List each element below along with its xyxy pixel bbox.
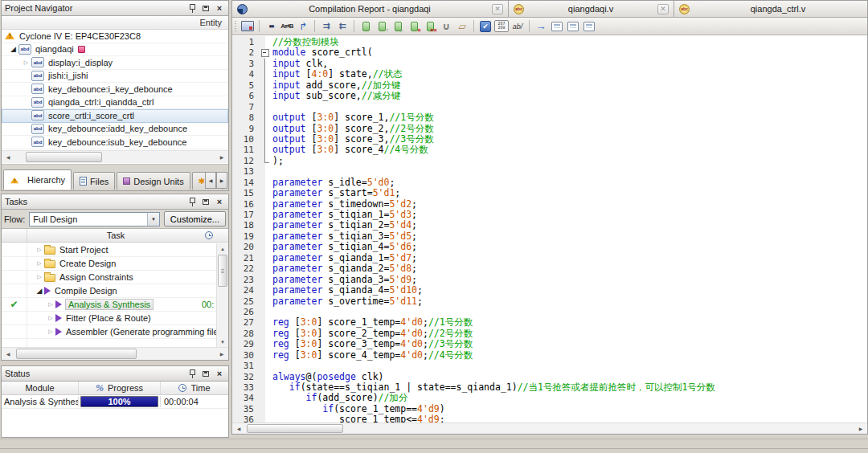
replace-icon[interactable]: A⇄B (280, 19, 294, 34)
editor-tab[interactable]: abcqiangda_ctrl.v (674, 1, 867, 17)
tab-design-units[interactable]: Design Units (117, 172, 190, 190)
time-column-header[interactable]: Time (161, 382, 228, 394)
collapse-arrow-icon[interactable]: ◢ (35, 287, 44, 295)
tab-files[interactable]: Files (73, 172, 115, 190)
code-line[interactable]: 21parameter s_qianda_1=5'd7; (232, 253, 867, 263)
scroll-left-icon[interactable]: ◀ (2, 348, 14, 360)
float-window-icon[interactable] (200, 3, 211, 14)
scroll-right-icon[interactable]: ▶ (215, 151, 228, 163)
tree-item[interactable]: abdkey_debounce:i_key_debounce (2, 83, 228, 96)
tasks-hscrollbar[interactable]: ◀ ▶ (2, 347, 228, 360)
code-line[interactable]: 36 score_1_temp<=4'd9; (232, 414, 867, 422)
tasks-vscrollbar[interactable]: ▲ ▼ (216, 243, 228, 347)
delete-bookmark-icon[interactable]: × (407, 19, 421, 34)
scroll-right-icon[interactable]: ▶ (854, 423, 867, 434)
code-line[interactable]: 2module score_crtl( (232, 47, 867, 58)
fold-collapse-icon[interactable] (260, 47, 271, 58)
tree-item[interactable]: ◢abdqiangdaqi (2, 43, 228, 57)
float-window-icon[interactable] (200, 197, 211, 207)
chevron-down-icon[interactable]: ▼ (147, 213, 159, 226)
scrollbar-thumb[interactable] (218, 255, 227, 287)
pin-icon[interactable] (186, 197, 198, 207)
pin-icon[interactable] (186, 3, 198, 14)
task-column-header[interactable]: Task (31, 231, 201, 240)
code-line[interactable]: 34 if(add_score)//加分 (232, 393, 867, 403)
scroll-right-icon[interactable]: ▶ (215, 348, 228, 360)
expand-arrow-icon[interactable]: ▷ (46, 301, 55, 308)
task-row[interactable]: ◢Compile Design (2, 284, 216, 298)
code-editor[interactable]: 1//分数控制模块2module score_crtl(3input clk,4… (232, 36, 867, 422)
expand-arrow-icon[interactable]: ▷ (35, 260, 44, 267)
tree-item[interactable]: Cyclone IV E: EP4CE30F23C8 (2, 30, 228, 43)
tree-item[interactable]: abdjishi:i_jishi (2, 70, 228, 84)
collapse-arrow-icon[interactable]: ◢ (8, 45, 18, 53)
task-row[interactable]: ✔▷Analysis & Synthesis00: (2, 298, 216, 312)
code-line[interactable]: 17parameter s_tiqian_1=5'd3; (232, 210, 867, 220)
task-row[interactable]: ▷Start Project (2, 243, 216, 257)
expand-arrow-icon[interactable]: ▷ (35, 247, 44, 253)
code-line[interactable]: 7 (232, 102, 867, 112)
macro-icon[interactable]: ▱ (455, 19, 469, 34)
float-window-icon[interactable] (200, 369, 211, 379)
close-icon[interactable]: × (214, 3, 225, 14)
code-line[interactable]: 14parameter s_idle=5'd0; (232, 178, 867, 188)
flow-select[interactable]: Full Design ▼ (29, 212, 160, 226)
code-line[interactable]: 32always@(posedge clk) (232, 372, 867, 382)
code-line[interactable]: 8output [3:0] score_1,//1号分数 (232, 112, 867, 123)
code-line[interactable]: 19parameter s_tiqian_3=5'd5; (232, 231, 867, 242)
tree-item[interactable]: abdkey_debounce:iadd_key_debounce (2, 123, 228, 137)
close-icon[interactable]: ✕ (657, 4, 669, 14)
text-edit-icon[interactable]: ab/ (510, 19, 525, 34)
task-row[interactable]: ▷Fitter (Place & Route) (2, 312, 216, 325)
code-line[interactable]: 25parameter s_overtime=5'd11; (232, 296, 867, 307)
task-row[interactable]: ▷Create Design (2, 257, 216, 271)
code-line[interactable]: 11output [3:0] score_4//4号分数 (232, 145, 867, 155)
find-icon[interactable]: ●● (264, 19, 278, 34)
code-line[interactable]: 4input [4:0] state,//状态 (232, 69, 867, 80)
task-row[interactable]: ▷Assign Constraints (2, 271, 216, 284)
code-line[interactable]: 12); (232, 156, 867, 166)
delete-all-bookmarks-icon[interactable]: ×× (423, 19, 437, 34)
code-line[interactable]: 24parameter s_qianda_4=5'd10; (232, 285, 867, 296)
expand-arrow-icon[interactable]: ▷ (21, 59, 31, 66)
syntax-check-icon[interactable]: ✔ (478, 19, 493, 34)
code-line[interactable]: 35 if(score_1_temp==4'd9) (232, 404, 867, 414)
code-line[interactable]: 30reg [3:0] score_4_temp=4'd0;//4号分数 (232, 350, 867, 361)
code-line[interactable]: 33 if(state==s_tiqian_1 | state==s_qiand… (232, 382, 867, 393)
entity-column-header[interactable]: Entity (2, 16, 228, 30)
tree-item[interactable]: abdkey_debounce:isub_key_debounce (2, 136, 228, 149)
tree-hscrollbar[interactable]: ◀ ▶ (2, 150, 228, 163)
code-line[interactable]: 6input sub_score,//减分键 (232, 91, 867, 101)
outdent-icon[interactable]: ⇇ (335, 19, 350, 34)
editor-hscrollbar[interactable]: ◀ ▶ (232, 422, 867, 434)
scrollbar-thumb[interactable] (247, 424, 343, 433)
tree-item[interactable]: abdqiangda_ctrl:i_qiandda_ctrl (2, 96, 228, 110)
code-line[interactable]: 5input add_score,//加分键 (232, 80, 867, 91)
scroll-up-icon[interactable]: ▲ (217, 243, 228, 254)
code-line[interactable]: 18parameter s_tiqian_2=5'd4; (232, 220, 867, 231)
tree-item[interactable]: ▷abddisplay:i_display (2, 56, 228, 70)
close-icon[interactable]: × (214, 197, 225, 207)
module-column-header[interactable]: Module (2, 382, 79, 394)
scrollbar-thumb[interactable] (16, 349, 137, 359)
code-line[interactable]: 10output [3:0] score_3,//3号分数 (232, 134, 867, 145)
next-bookmark-icon[interactable]: ↑ (375, 19, 389, 34)
code-line[interactable]: 28reg [3:0] score_2_temp=4'd0;//2号分数 (232, 329, 867, 339)
scroll-left-icon[interactable]: ◀ (2, 151, 14, 163)
expand-arrow-icon[interactable]: ▷ (46, 315, 55, 321)
close-icon[interactable]: ✕ (492, 4, 503, 14)
scrollbar-thumb[interactable] (26, 152, 102, 162)
tab-hierarchy[interactable]: Hierarchy (3, 169, 72, 190)
toggle-bookmark-icon[interactable] (358, 19, 373, 34)
doc-view-icon-2[interactable] (566, 19, 580, 34)
editor-tab[interactable]: abcqiangdaqi.v✕ (509, 1, 674, 17)
customize-button[interactable]: Customize... (164, 211, 226, 226)
goto-icon[interactable]: ↱ (296, 19, 310, 34)
editor-tab[interactable]: Compilation Report - qiangdaqi✕ (232, 1, 509, 17)
tab-scroll-left-icon[interactable]: ◀ (205, 172, 216, 189)
code-line[interactable]: 31 (232, 361, 867, 371)
code-line[interactable]: 20parameter s_tiqian_4=5'd6; (232, 242, 867, 252)
code-line[interactable]: 23parameter s_qianda_3=5'd9; (232, 275, 867, 285)
expand-arrow-icon[interactable]: ▷ (35, 274, 44, 280)
code-line[interactable]: 26 (232, 307, 867, 317)
